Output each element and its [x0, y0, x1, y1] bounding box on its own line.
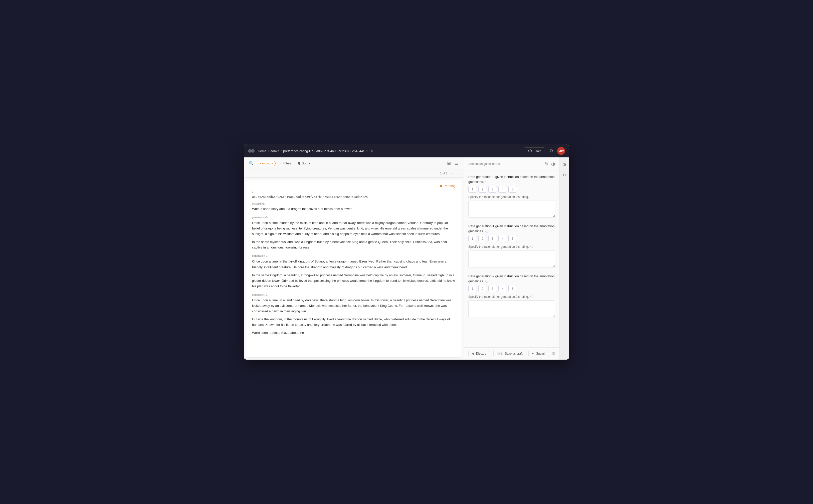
- main-content: 🔍 Pending ▾ ≡ Filters ⇅ Sort ▾ ▣ ☰: [244, 157, 569, 360]
- rating1-btn-3[interactable]: 3: [488, 235, 497, 242]
- id-value: a425528156d64d926cb19ae26ad9c339f7537b1d…: [252, 195, 456, 199]
- guidelines-label: Annotation guidelines: [468, 162, 497, 166]
- list-view-button[interactable]: ☰: [453, 160, 460, 167]
- discard-label: Discard: [476, 352, 486, 355]
- rating0-btn-2[interactable]: 2: [478, 186, 487, 193]
- rating2-btn-5[interactable]: 5: [508, 285, 517, 292]
- rationale0-textarea[interactable]: [468, 200, 555, 218]
- submit-icon: ↵: [532, 352, 535, 355]
- gen1-para2: In the same kingdom, a beautiful, strong…: [252, 273, 456, 289]
- left-panel: 🔍 Pending ▾ ≡ Filters ⇅ Sort ▾ ▣ ☰: [244, 157, 464, 360]
- rationale0-label: Specify the rationale for generation-0's…: [468, 195, 555, 199]
- nav-home[interactable]: Home: [258, 149, 267, 153]
- rationale1-info-icon: ⓘ: [530, 244, 533, 249]
- rating2-info-icon: ⓘ: [485, 280, 488, 283]
- rating1-question-text: Rate generation-1 given instruction base…: [468, 224, 555, 233]
- train-label: Train: [534, 149, 541, 153]
- rating0-btn-1[interactable]: 1: [468, 186, 477, 193]
- rationale1-textarea[interactable]: [468, 250, 555, 268]
- keyboard-shortcut-button[interactable]: ⌘: [551, 351, 555, 356]
- gen1-para1: Once upon a time, in the far-off kingdom…: [252, 259, 456, 270]
- avatar[interactable]: OW: [557, 147, 565, 155]
- right-panel: Annotation guidelines ⧉ ↻ ◑ Rate generat…: [464, 157, 559, 360]
- annotation-body: Rate generation-0 given instruction base…: [464, 170, 559, 347]
- logo: [248, 148, 255, 153]
- breadcrumb: Home / admin / preference-rating-f1f00a8…: [258, 149, 373, 153]
- rating0-btn-4[interactable]: 4: [498, 186, 507, 193]
- rationale2-label: Specify the rationale for generation-2's…: [468, 295, 555, 299]
- nav-right: </> Train ⚙ OW: [524, 147, 565, 155]
- sort-label: Sort: [302, 161, 308, 165]
- rating1-btn-5[interactable]: 5: [508, 235, 517, 242]
- gen2-text: Once upon a time, in a land ruled by dar…: [252, 298, 456, 336]
- filters-button[interactable]: ≡ Filters: [278, 160, 294, 166]
- rating2-btn-2[interactable]: 2: [478, 285, 487, 292]
- annotation-header: Annotation guidelines ⧉ ↻ ◑: [464, 157, 559, 170]
- sort-button[interactable]: ⇅ Sort ▾: [296, 160, 312, 166]
- pending-filter-button[interactable]: Pending ▾: [257, 161, 276, 166]
- grid-view-button[interactable]: ▣: [446, 160, 452, 167]
- discard-button[interactable]: ⊘ Discard: [468, 350, 490, 357]
- filters-label: Filters: [283, 161, 292, 165]
- gen2-para1: Once upon a time, in a land ruled by dar…: [252, 298, 456, 314]
- instruction-value: Write a short story about a dragon that …: [252, 206, 456, 212]
- submit-button[interactable]: ↵ Submit: [528, 350, 549, 357]
- theme-sidebar-button[interactable]: ◑: [561, 160, 568, 168]
- rating0-btn-3[interactable]: 3: [488, 186, 497, 193]
- next-page-button[interactable]: ›: [456, 171, 460, 176]
- rating2-btn-1[interactable]: 1: [468, 285, 477, 292]
- doc-header: Pending: [252, 184, 456, 188]
- rating2-question: Rate generation-2 given instruction base…: [468, 274, 555, 284]
- top-nav: Home / admin / preference-rating-f1f00a8…: [244, 144, 569, 157]
- rating1-btn-2[interactable]: 2: [478, 235, 487, 242]
- rationale1-label: Specify the rationale for generation-1's…: [468, 244, 555, 249]
- gen1-text: Once upon a time, in the far-off kingdom…: [252, 259, 456, 289]
- sort-chevron-icon: ▾: [309, 162, 310, 165]
- gen0-label: generation-0: [252, 216, 456, 219]
- save-draft-button[interactable]: ⌘S Save as draft: [493, 350, 526, 357]
- annotation-guidelines-link[interactable]: Annotation guidelines ⧉: [468, 162, 500, 166]
- rating0-section: Rate generation-0 given instruction base…: [468, 174, 555, 219]
- instruction-label: instruction: [252, 202, 456, 205]
- save-label: Save as draft: [505, 352, 523, 355]
- rating0-buttons: 1 2 3 4 5: [468, 186, 555, 193]
- rationale2-textarea[interactable]: [468, 300, 555, 318]
- refresh-button[interactable]: ↻: [544, 160, 549, 167]
- prev-page-button[interactable]: ‹: [450, 171, 454, 176]
- page-count: 1 of 1: [440, 172, 448, 175]
- rating1-btn-1[interactable]: 1: [468, 235, 477, 242]
- info-icon: ⓘ: [485, 229, 488, 233]
- external-link-icon: ⧉: [498, 162, 500, 166]
- gen0-para1: Once upon a time, hidden by the mists of…: [252, 220, 456, 237]
- rating2-question-text: Rate generation-2 given instruction base…: [468, 274, 555, 283]
- nav-project[interactable]: preference-rating-f1f00a86-0d7f-4a96-b82…: [283, 149, 368, 153]
- rating2-btn-3[interactable]: 3: [488, 285, 497, 292]
- status-badge: Pending: [444, 184, 456, 188]
- required-indicator: *: [485, 180, 487, 184]
- gen0-text: Once upon a time, hidden by the mists of…: [252, 220, 456, 250]
- pagination: 1 of 1 ‹ ›: [244, 169, 464, 178]
- gen1-label: generation-1: [252, 254, 456, 257]
- gen0-para2: In the same mysterious land, was a kingd…: [252, 239, 456, 250]
- rating0-btn-5[interactable]: 5: [508, 186, 517, 193]
- rating1-buttons: 1 2 3 4 5: [468, 235, 555, 242]
- rating2-btn-4[interactable]: 4: [498, 285, 507, 292]
- view-toggle: ▣ ☰: [446, 160, 460, 167]
- settings-button[interactable]: ⚙: [549, 148, 553, 154]
- gen2-label: generation-2: [252, 293, 456, 296]
- theme-toggle-button[interactable]: ◑: [551, 161, 555, 167]
- search-button[interactable]: 🔍: [248, 160, 255, 167]
- rating1-section: Rate generation-1 given instruction base…: [468, 224, 555, 269]
- save-shortcut: ⌘S: [497, 352, 503, 355]
- rating0-question-text: Rate generation-0 given instruction base…: [468, 175, 555, 184]
- train-button[interactable]: </> Train: [524, 147, 545, 154]
- nav-admin[interactable]: admin: [270, 149, 279, 153]
- refresh-sidebar-button[interactable]: ↻: [561, 171, 567, 179]
- sort-icon: ⇅: [298, 161, 300, 165]
- gen2-para2: Outside the kingdom, in the mountains of…: [252, 317, 456, 328]
- external-link-icon: ⧉: [371, 149, 373, 153]
- rating1-btn-4[interactable]: 4: [498, 235, 507, 242]
- pending-indicator: Pending: [440, 184, 456, 188]
- rating1-question: Rate generation-1 given instruction base…: [468, 224, 555, 233]
- rating2-buttons: 1 2 3 4 5: [468, 285, 555, 292]
